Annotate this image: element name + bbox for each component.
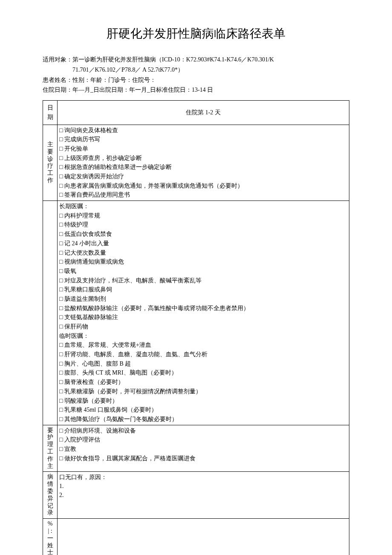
checkbox-item: 盐酸精氨酸静脉输注（必要时，高氯性酸中毒或肾功能不全患者禁用） xyxy=(59,304,347,313)
checkbox-item: 乳果糖 45ml 口服或鼻饲（必要时） xyxy=(59,405,347,415)
applies-label: 适用对象： xyxy=(43,56,72,63)
applies-line-1: 适用对象：第一诊断为肝硬化并发肝性脑病（ICD-10：K72.903#K74.1… xyxy=(43,55,349,65)
col-day12: 住院第 1-2 天 xyxy=(58,101,349,125)
checkbox-item: 弱酸灌肠（必要时） xyxy=(59,396,347,406)
applies-text-1: 第一诊断为肝硬化并发肝性脑病（ICD-10：K72.903#K74.1-K74.… xyxy=(72,56,274,63)
long-orders-header: 长期医嘱： xyxy=(59,202,347,211)
admission-line: 住院日期：年—月_日出院日期：年一月_日标准住院日：13-14 日 xyxy=(43,85,349,95)
checkbox-item: 乳果糖口服或鼻饲 xyxy=(59,285,347,294)
checkbox-item: 记 24 小时出入量 xyxy=(59,239,347,248)
variance-line-2: 1. xyxy=(59,482,347,491)
checkbox-item: 吸氧 xyxy=(59,267,347,276)
label-variance: 病情委异记录 xyxy=(43,472,58,519)
row-orders: 长期医嘱： 内科护理常规特级护理低蛋白饮食或禁食记 24 小时出入量记大便次数及… xyxy=(43,201,349,425)
row-nurse-signature: % | : 一姓士名 xyxy=(43,519,349,555)
meta-block: 适用对象：第一诊断为肝硬化并发肝性脑病（ICD-10：K72.903#K74.1… xyxy=(43,55,349,95)
col-date: 日期 xyxy=(43,101,58,125)
checkbox-item: 根据急查的辅助检查结果进一步确定诊断 xyxy=(59,163,347,172)
checkbox-item: 确定发病诱因开始治疗 xyxy=(59,172,347,181)
checkbox-item: 询问病史及体格检查 xyxy=(59,126,347,135)
checkbox-item: 保肝药物 xyxy=(59,322,347,331)
checkbox-item: 入院护理评估 xyxy=(59,435,347,445)
label-orders xyxy=(43,201,58,425)
patient-line: 患者姓名：性别：年龄：门诊号：住院号： xyxy=(43,75,349,85)
checkbox-item: 开化验单 xyxy=(59,144,347,154)
checkbox-item: 视病情通知病重或病危 xyxy=(59,257,347,267)
checkbox-item: 胸片、心电图、腹部 B 超 xyxy=(59,359,347,369)
checkbox-item: 上级医师查房，初步确定诊断 xyxy=(59,154,347,163)
label-nursing: 要护理工作主 xyxy=(43,425,58,472)
checkbox-item: 记大便次数及量 xyxy=(59,248,347,258)
cell-nursing: 介绍病房环境、设施和设备入院护理评估宣教做好饮食指导，且嘱其家属配合，严格遵医嘱… xyxy=(58,425,349,472)
header-row: 日期 住院第 1-2 天 xyxy=(43,101,349,125)
applies-line-2: 71.701／K76.102／P78.8／ A 52.7tK77.0*） xyxy=(72,65,349,75)
row-variance: 病情委异记录 口无口有，原因： 1. 2. xyxy=(43,472,349,519)
temp-orders-header: 临时医嘱： xyxy=(59,331,347,341)
checkbox-item: 脑脊液检查（必要时） xyxy=(59,378,347,387)
checkbox-item: 其他降氨治疗（鸟氨酸一门冬氨酸必要时） xyxy=(59,415,347,424)
variance-line-1: 口无口有，原因： xyxy=(59,473,347,482)
checkbox-item: 特级护理 xyxy=(59,220,347,230)
checkbox-item: 向患者家属告病重或病危通知，并签署病重或病危通知书（必要时） xyxy=(59,181,347,191)
checkbox-item: 签署自费药品使用同意书 xyxy=(59,190,347,200)
row-nursing: 要护理工作主 介绍病房环境、设施和设备入院护理评估宣教做好饮食指导，且嘱其家属配… xyxy=(43,425,349,472)
cell-main-work: 询问病史及体格检查完成病历书写开化验单上级医师查房，初步确定诊断根据急查的辅助检… xyxy=(58,125,349,201)
label-nurse-signature: % | : 一姓士名 xyxy=(43,519,58,555)
row-main-work: 主要诊疗工作 询问病史及体格检查完成病历书写开化验单上级医师查房，初步确定诊断根… xyxy=(43,125,349,201)
checkbox-item: 血常规、尿常规、大便常规+潜血 xyxy=(59,340,347,350)
cell-variance: 口无口有，原因： 1. 2. xyxy=(58,472,349,519)
checkbox-item: 内科护理常规 xyxy=(59,211,347,221)
checkbox-item: 支链氨基酸静脉输注 xyxy=(59,313,347,322)
label-main-work: 主要诊疗工作 xyxy=(43,125,58,201)
checkbox-item: 介绍病房环境、设施和设备 xyxy=(59,426,347,436)
checkbox-item: 宣教 xyxy=(59,445,347,454)
checkbox-item: 对症及支持治疗，纠正水、电解质、酸碱平衡紊乱等 xyxy=(59,276,347,285)
checkbox-item: 腹部、头颅 CT 或 MRI、脑电图（必要时） xyxy=(59,368,347,378)
checkbox-item: 做好饮食指导，且嘱其家属配合，严格遵医嘱进食 xyxy=(59,454,347,463)
checkbox-item: 肝肾功能、电解质、血糖、凝血功能、血氨、血气分析 xyxy=(59,350,347,359)
checkbox-item: 乳果糖灌肠（必要时，并可根据情况酌情调整剂量） xyxy=(59,387,347,396)
cell-nurse-signature xyxy=(58,519,349,555)
checkbox-item: 低蛋白饮食或禁食 xyxy=(59,230,347,239)
clinical-pathway-table: 日期 住院第 1-2 天 主要诊疗工作 询问病史及体格检查完成病历书写开化验单上… xyxy=(43,100,349,555)
checkbox-item: 完成病历书写 xyxy=(59,135,347,144)
checkbox-item: 肠道益生菌制剂 xyxy=(59,294,347,304)
cell-orders: 长期医嘱： 内科护理常规特级护理低蛋白饮食或禁食记 24 小时出入量记大便次数及… xyxy=(58,201,349,425)
variance-line-3: 2. xyxy=(59,491,347,500)
page-title: 肝硬化并发肝性脑病临床路径表单 xyxy=(43,26,349,42)
